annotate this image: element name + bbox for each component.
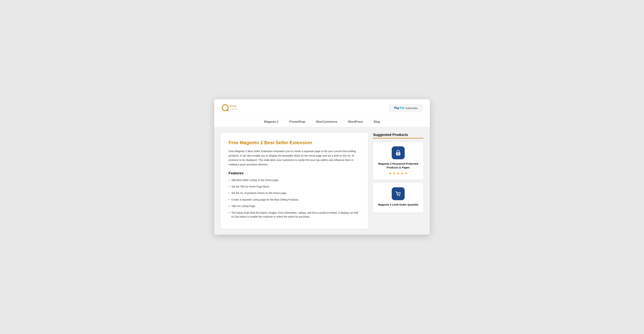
product-card-password-protected[interactable]: Magento 2 Password Protected Products & …: [373, 142, 423, 180]
article-title: Free Magento 2 Best Seller Extension: [228, 140, 360, 146]
logo-area: AISAR SATTI: [222, 103, 243, 113]
product-card-limit-order[interactable]: Magento 2 Limit Order Quantity: [373, 183, 423, 213]
star-1: ★: [389, 171, 392, 175]
nav-item-magento2[interactable]: Magento 2: [264, 120, 278, 124]
list-item: Set the no. of products shown on the Hom…: [228, 191, 360, 195]
product-name-password: Magento 2 Password Protected Products & …: [376, 162, 420, 169]
site-nav: Magento 2 PrestaShop WooCommerce WordPre…: [214, 117, 430, 127]
svg-text:AISAR: AISAR: [229, 105, 236, 107]
list-item: Set the Title for Home Page Block.: [228, 184, 360, 188]
star-2: ★: [392, 171, 396, 175]
site-header: AISAR SATTI PayPal Subscribe: [214, 99, 430, 117]
product-name-limit: Magento 2 Limit Order Quantity: [378, 203, 418, 206]
sidebar-title: Suggested Products: [373, 133, 423, 137]
article-description: Free Magento 2 Best Seller Extension emp…: [228, 149, 360, 167]
product-icon-cart: [392, 187, 405, 200]
logo-svg: AISAR SATTI: [222, 103, 243, 113]
product-stars-1: ★ ★ ★ ★ ★: [389, 171, 408, 175]
browser-window: AISAR SATTI PayPal Subscribe Magento 2 P…: [214, 99, 430, 235]
list-item: The listing shall show the Name, Images,…: [228, 211, 360, 219]
main-content: Free Magento 2 Best Seller Extension Fre…: [214, 127, 430, 235]
paypal-subscribe-button[interactable]: PayPal Subscribe: [389, 104, 422, 112]
svg-point-11: [398, 195, 398, 196]
sidebar: Suggested Products: [373, 133, 423, 229]
star-4: ★: [400, 171, 404, 175]
nav-item-prestashop[interactable]: PrestaShop: [289, 120, 305, 124]
svg-rect-8: [398, 155, 398, 155]
article-card: Free Magento 2 Best Seller Extension Fre…: [221, 133, 368, 229]
paypal-pay-text: Pay: [394, 106, 399, 110]
svg-rect-6: [398, 154, 398, 155]
list-item: Create a separate Listing page for the B…: [228, 198, 360, 202]
features-heading: Features: [228, 171, 360, 175]
nav-item-woocommerce[interactable]: WooCommerce: [316, 120, 337, 124]
svg-rect-9: [398, 155, 399, 155]
sidebar-divider: [373, 138, 423, 139]
features-list: Add Best Seller Listing on the Home page…: [228, 178, 360, 219]
svg-rect-10: [399, 155, 400, 155]
list-item: Add Best Seller Listing on the Home page…: [228, 178, 360, 182]
nav-item-wordpress[interactable]: WordPress: [348, 120, 363, 124]
svg-rect-7: [397, 155, 397, 155]
svg-text:SATTI: SATTI: [230, 108, 238, 110]
paypal-subscribe-label: Subscribe: [406, 107, 418, 110]
nav-item-blog[interactable]: Blog: [374, 120, 380, 124]
paypal-pal-text: Pal: [400, 106, 404, 110]
list-item: Title For Listing Page.: [228, 204, 360, 208]
svg-line-1: [227, 110, 228, 111]
svg-point-12: [399, 195, 400, 196]
star-3: ★: [396, 171, 400, 175]
product-icon-lock: [392, 146, 405, 159]
star-5: ★: [404, 171, 408, 175]
